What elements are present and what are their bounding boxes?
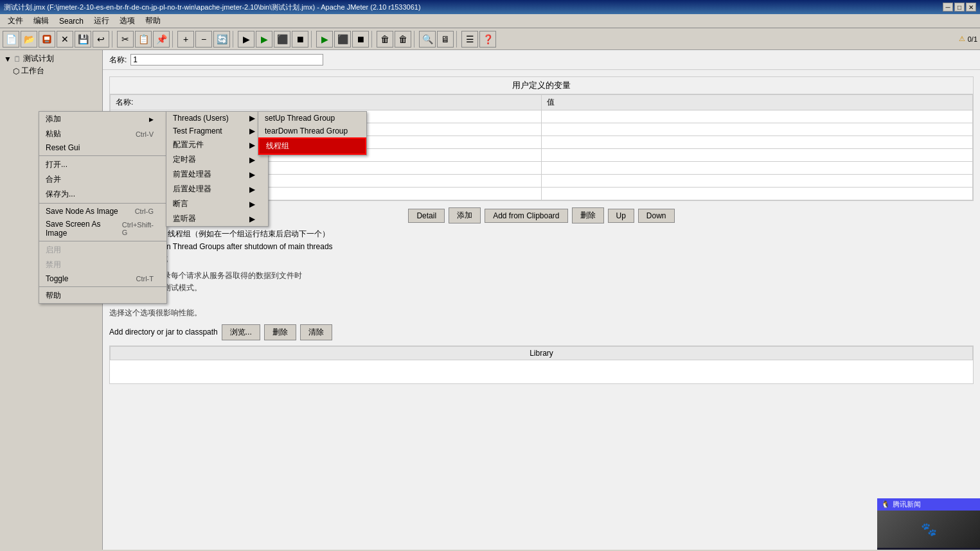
tencent-news-image: 🐾: [877, 511, 980, 548]
maximize-button[interactable]: □: [954, 3, 965, 12]
submenu-setup-thread-group[interactable]: setUp Thread Group: [258, 112, 366, 125]
submenu-timer[interactable]: 定时器 ▶: [166, 152, 268, 167]
toolbar-sep5: [371, 31, 374, 48]
desc-line4: 选择这个选项很影响性能。: [109, 307, 974, 319]
menu-file[interactable]: 文件: [3, 14, 28, 28]
testplan-name-input[interactable]: [130, 54, 323, 66]
classpath-label: Add directory or jar to classpath: [109, 328, 218, 337]
main-area: ▼ 🗒 测试计划 ⬡ 工作台 名称: 用户定义的变量 名称: 值: [0, 50, 980, 550]
lib-row: [111, 360, 973, 379]
ctx-reset-gui[interactable]: Reset Gui: [39, 141, 166, 154]
toolbar-copy[interactable]: 📋: [135, 31, 152, 48]
lib-table: Library: [110, 346, 973, 380]
submenu-threads-users[interactable]: Threads (Users) ▶: [166, 112, 268, 125]
menu-run[interactable]: 运行: [89, 14, 114, 28]
toolbar-clear-all[interactable]: 🗑: [395, 31, 411, 48]
udv-title: 用户定义的变量: [110, 77, 973, 94]
ctx-paste[interactable]: 粘贴 Ctrl-V: [39, 127, 166, 141]
delete-button[interactable]: 删除: [572, 207, 604, 223]
submenu-teardown-thread-group[interactable]: tearDown Thread Group: [258, 125, 366, 137]
toolbar-start-no-pause[interactable]: ▶: [256, 31, 272, 48]
toolbar-save[interactable]: 💾: [75, 31, 91, 48]
toolbar-stop[interactable]: ⬛: [274, 31, 290, 48]
toolbar-expand[interactable]: +: [177, 31, 194, 48]
toolbar-shutdown-remote[interactable]: ⏹: [352, 31, 369, 48]
detail-button[interactable]: Detail: [408, 209, 445, 223]
submenu-post-processor[interactable]: 后置处理器 ▶: [166, 182, 268, 197]
tree-root[interactable]: ▼ 🗒 测试计划: [3, 53, 100, 65]
ctx-sep1: [39, 155, 166, 156]
ctx-disable: 禁用: [39, 258, 166, 272]
classpath-delete-button[interactable]: 删除: [264, 324, 296, 340]
submenu-listener[interactable]: 监听器 ▶: [166, 211, 268, 226]
toolbar-shutdown[interactable]: ⏹: [292, 31, 308, 48]
tencent-news-widget: 🐧 腾讯新闻 🐾: [877, 498, 980, 550]
add-from-clipboard-button[interactable]: Add from Clipboard: [485, 209, 567, 223]
toolbar-help-btn[interactable]: ❓: [479, 31, 496, 48]
up-button[interactable]: Up: [608, 209, 634, 223]
toolbar-list[interactable]: ☰: [461, 31, 478, 48]
toolbar-remote[interactable]: 🔄: [213, 31, 230, 48]
close-button[interactable]: ✕: [966, 3, 976, 12]
tree-workbench-icon: ⬡: [13, 67, 19, 76]
submenu-test-fragment[interactable]: Test Fragment ▶: [166, 125, 268, 137]
toolbar-search[interactable]: 🔍: [419, 31, 436, 48]
tree-expand-icon: ▼: [4, 55, 12, 64]
ctx-save-node-img[interactable]: Save Node As Image Ctrl-G: [39, 205, 166, 218]
tree-plan-icon: 🗒: [13, 55, 21, 64]
toolbar-close[interactable]: ✕: [57, 31, 73, 48]
tree-root-label: 测试计划: [23, 53, 54, 64]
toolbar-stop-remote[interactable]: ⬛: [334, 31, 351, 48]
tencent-label: 腾讯新闻: [893, 500, 921, 509]
toolbar-sep1: [112, 31, 114, 48]
down-button[interactable]: Down: [638, 209, 675, 223]
svg-rect-2: [45, 40, 49, 42]
toolbar-collapse[interactable]: −: [195, 31, 212, 48]
add-button[interactable]: 添加: [449, 207, 481, 223]
submenu-assertion[interactable]: 断言 ▶: [166, 197, 268, 211]
menu-search[interactable]: Search: [54, 15, 89, 27]
toolbar-save-all[interactable]: [39, 31, 55, 48]
classpath-section: Add directory or jar to classpath 浏览... …: [109, 324, 974, 340]
menu-help[interactable]: 帮助: [140, 14, 166, 28]
minimize-button[interactable]: ─: [943, 3, 953, 12]
classpath-clear-button[interactable]: 清除: [300, 324, 332, 340]
toolbar-new[interactable]: 📄: [3, 31, 19, 48]
lib-col-header: Library: [111, 346, 973, 360]
menubar: 文件 编辑 Search 运行 选项 帮助: [0, 14, 980, 28]
tree-workbench[interactable]: ⬡ 工作台: [3, 65, 100, 77]
desc-line1: 只有当你需要记录每个请求从服务器取得的数据到文件时: [109, 270, 974, 282]
toolbar-cut[interactable]: ✂: [117, 31, 134, 48]
menu-edit[interactable]: 编辑: [28, 14, 54, 28]
ctx-open[interactable]: 打开...: [39, 157, 166, 172]
toolbar-remote-cfg[interactable]: 🖥: [437, 31, 454, 48]
desc-line3: [109, 294, 974, 306]
ctx-merge[interactable]: 合并: [39, 172, 166, 187]
titlebar-text: 测试计划.jmx (F:\jmeter-2-10-es-en-br-fr-de-…: [4, 3, 421, 12]
ctx-save-screen-img[interactable]: Save Screen As Image Ctrl+Shift-G: [39, 218, 166, 240]
ctx-sep2: [39, 203, 166, 204]
submenu-thread-group[interactable]: 线程组: [258, 137, 366, 155]
toolbar-start[interactable]: ▶: [238, 31, 254, 48]
menu-options[interactable]: 选项: [114, 14, 140, 28]
checkbox-functional: 函数测试模式: [109, 254, 974, 265]
ctx-toggle[interactable]: Toggle Ctrl-T: [39, 272, 166, 285]
toolbar-start-remote[interactable]: ▶: [316, 31, 333, 48]
toolbar-clear[interactable]: 🗑: [377, 31, 393, 48]
table-cell-value: [542, 110, 973, 123]
ctx-add[interactable]: 添加: [39, 112, 166, 127]
titlebar-controls: ─ □ ✕: [943, 3, 976, 12]
submenu-config[interactable]: 配置元件 ▶: [166, 137, 268, 152]
testplan-header: 名称:: [103, 50, 980, 70]
toolbar-open[interactable]: 📂: [21, 31, 37, 48]
browse-button[interactable]: 浏览...: [222, 324, 260, 340]
ctx-save-as[interactable]: 保存为...: [39, 187, 166, 202]
col-name-header: 名称:: [111, 95, 542, 110]
submenu-pre-processor[interactable]: 前置处理器 ▶: [166, 167, 268, 182]
submenu-add: Threads (Users) ▶ Test Fragment ▶ 配置元件 ▶…: [166, 111, 269, 227]
toolbar-paste[interactable]: 📌: [153, 31, 170, 48]
toolbar-revert[interactable]: ↩: [93, 31, 109, 48]
titlebar: 测试计划.jmx (F:\jmeter-2-10-es-en-br-fr-de-…: [0, 0, 980, 14]
ctx-help[interactable]: 帮助: [39, 288, 166, 303]
options-section: 独立运行每个线程组（例如在一个组运行结束后启动下一个） Run tearDown…: [109, 229, 974, 265]
